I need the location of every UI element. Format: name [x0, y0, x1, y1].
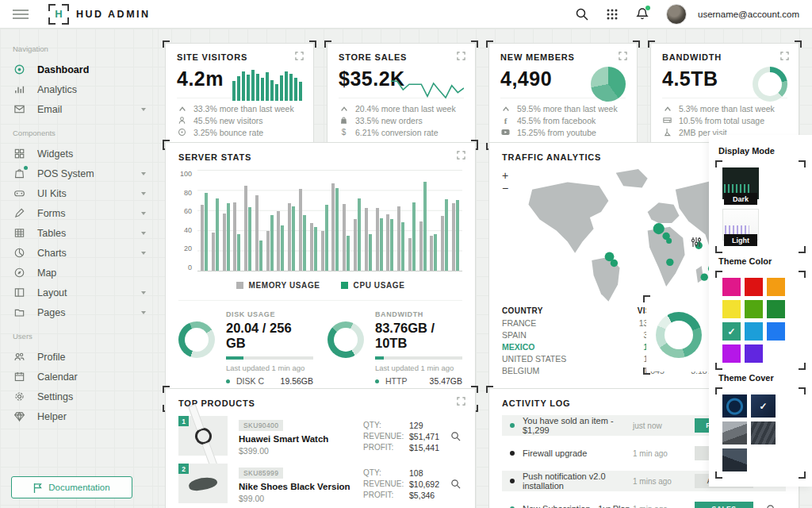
bar [423, 182, 427, 271]
column-header[interactable]: COUNTRY [502, 305, 616, 317]
theme-color-swatch[interactable] [745, 322, 763, 341]
theme-cover-thumb[interactable] [722, 394, 747, 418]
theme-color-swatch[interactable] [767, 278, 785, 296]
bar [354, 219, 357, 271]
map-zoom-in-button[interactable]: + [502, 171, 508, 179]
stat-line: 5.3% more than last week [679, 104, 775, 114]
theme-color-swatch[interactable] [745, 278, 763, 296]
theme-color-swatch[interactable] [745, 300, 763, 318]
block-value: 83.76GB / 10TB [375, 321, 462, 351]
sidebar-item-analytics[interactable]: Analytics [0, 79, 158, 99]
bar [380, 218, 383, 271]
bar-group [430, 170, 437, 271]
legend-cpu-swatch [341, 282, 348, 289]
sidebar-item-settings[interactable]: Settings [0, 387, 158, 406]
folder-icon [13, 306, 26, 319]
apps-grid-icon[interactable] [606, 8, 619, 21]
sidebar-item-email[interactable]: Email [0, 99, 158, 119]
rank-badge: 2 [178, 464, 189, 474]
facebook-icon: f [500, 116, 511, 125]
sidebar-item-ui-kits[interactable]: UI Kits [0, 183, 158, 203]
bar [358, 198, 361, 271]
sidebar-item-map[interactable]: Map [0, 263, 158, 283]
theme-color-swatch[interactable]: ✓ [722, 322, 741, 341]
bar [261, 78, 264, 101]
map-zoom-out-button[interactable]: − [502, 184, 508, 192]
log-text: Push notification v2.0 installation [523, 471, 633, 491]
hamburger-menu-icon[interactable] [13, 10, 29, 19]
theme-cover-thumb[interactable] [722, 448, 747, 471]
last-updated: Last updated 1 min ago [375, 364, 462, 372]
bar-group [201, 170, 208, 271]
sidebar-section-label: Components [13, 129, 158, 137]
compass-icon [13, 266, 26, 279]
map-settings-sliders-icon[interactable] [691, 237, 702, 248]
search-icon[interactable] [450, 479, 461, 489]
bar-group [441, 170, 448, 271]
sku-chip: SKU90400 [239, 420, 283, 431]
server-stats-panel: SERVER STATS 100806040200 MEMORY USAGE C… [165, 142, 476, 410]
sidebar-item-calendar[interactable]: Calendar [0, 367, 158, 387]
expand-icon[interactable] [780, 52, 789, 60]
documentation-button[interactable]: Documentation [11, 476, 132, 498]
theme-color-swatch[interactable] [722, 300, 741, 318]
sidebar-item-profile[interactable]: Profile [0, 347, 158, 367]
expand-icon[interactable] [295, 52, 304, 60]
user-avatar[interactable] [666, 4, 687, 25]
theme-color-swatch[interactable] [767, 300, 785, 318]
map-traffic-dot [666, 238, 672, 244]
bar [434, 234, 437, 271]
notifications-bell-icon[interactable] [636, 7, 649, 21]
theme-color-swatch[interactable] [722, 278, 741, 296]
expand-icon[interactable] [457, 151, 465, 160]
brand-title: HUD ADMIN [76, 9, 151, 20]
bar [441, 216, 444, 271]
stat-line: 45.5% new visitors [193, 116, 263, 125]
chevron-down-icon [140, 171, 147, 176]
theme-cover-thumb[interactable]: ✓ [751, 394, 776, 418]
legend-memory-swatch [236, 282, 243, 289]
display-mode-light[interactable]: Light [722, 209, 759, 246]
chevron-down-icon [140, 231, 147, 236]
sidebar-item-charts[interactable]: Charts [0, 243, 158, 263]
sidebar-item-helper[interactable]: Helper [0, 406, 158, 426]
envelope-icon [13, 102, 26, 116]
log-time: 1 mins ago [633, 477, 695, 486]
theme-cover-thumb[interactable] [751, 421, 776, 444]
display-mode-label: Display Mode [718, 146, 802, 156]
username[interactable]: username@account.com [698, 10, 799, 19]
sidebar-item-pos-system[interactable]: POS System [0, 164, 158, 183]
stat-line: 59.5% more than last week [517, 104, 618, 114]
bar [237, 234, 240, 271]
sidebar-item-pages[interactable]: Pages [0, 302, 158, 322]
theme-cover-thumb[interactable] [722, 421, 747, 444]
sidebar-item-dashboard[interactable]: Dashboard [0, 60, 158, 79]
search-icon[interactable] [576, 8, 588, 21]
sidebar-item-forms[interactable]: Forms [0, 203, 158, 223]
sidebar-item-layout[interactable]: Layout [0, 283, 158, 302]
search-icon[interactable] [766, 504, 776, 508]
y-tick: 60 [184, 207, 192, 215]
bar-group [408, 170, 416, 271]
chart-legend: MEMORY USAGE CPU USAGE [178, 281, 462, 290]
expand-icon[interactable] [457, 397, 465, 406]
search-icon[interactable] [450, 431, 461, 441]
top-products-panel: TOP PRODUCTS 1 SKU90400 Huawei Smart Wat… [165, 388, 476, 508]
theme-color-swatch[interactable] [767, 322, 785, 341]
bar-group [223, 170, 230, 271]
bandwidth-progress [375, 356, 462, 360]
bar [335, 188, 339, 271]
display-mode-dark[interactable]: Dark [722, 167, 759, 205]
expand-icon[interactable] [619, 52, 627, 60]
sidebar-item-widgets[interactable]: Widgets [0, 144, 158, 164]
sidebar-item-tables[interactable]: Tables [0, 223, 158, 243]
bar [270, 80, 274, 101]
expand-icon[interactable] [457, 52, 465, 60]
bar [452, 203, 455, 271]
theme-color-swatch[interactable] [722, 344, 741, 363]
shopping-bag-icon [13, 167, 26, 180]
theme-color-swatch[interactable] [745, 344, 763, 363]
legend-label: MEMORY USAGE [249, 281, 320, 290]
bar [275, 84, 278, 101]
bar [401, 222, 404, 271]
